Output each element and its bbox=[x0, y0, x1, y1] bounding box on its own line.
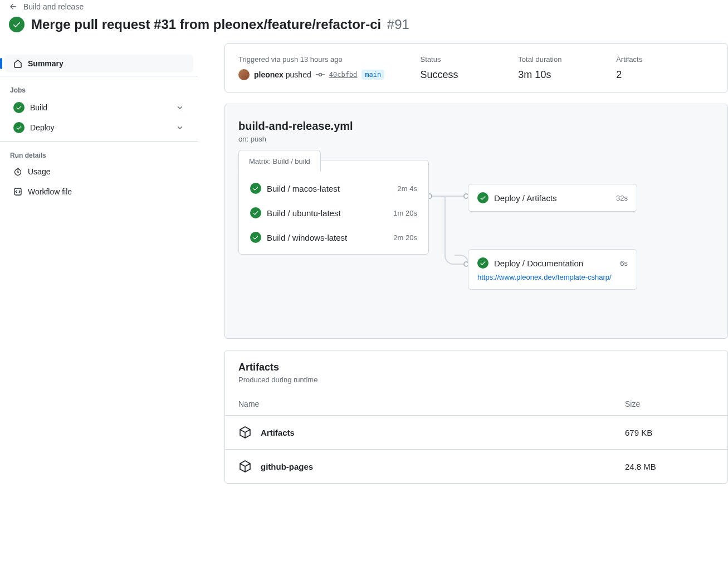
sidebar-job-deploy[interactable]: Deploy bbox=[4, 118, 193, 138]
duration-value: 3m 10s bbox=[518, 69, 616, 81]
artifacts-card: Artifacts Produced during runtime Name S… bbox=[224, 350, 728, 484]
arrow-left-icon[interactable] bbox=[9, 2, 18, 11]
duration-label: Total duration bbox=[518, 55, 616, 64]
status-label: Status bbox=[421, 55, 519, 64]
artifacts-table-header: Name Size bbox=[225, 393, 727, 415]
stopwatch-icon bbox=[13, 167, 22, 176]
check-icon bbox=[250, 207, 261, 218]
artifact-name: Artifacts bbox=[261, 428, 625, 437]
workflow-file-name[interactable]: build-and-release.yml bbox=[238, 120, 714, 133]
chevron-down-icon[interactable] bbox=[175, 123, 184, 132]
artifacts-title: Artifacts bbox=[238, 362, 714, 373]
package-icon bbox=[238, 460, 252, 473]
deploy-documentation-box[interactable]: Deploy / Documentation 6s https://www.pl… bbox=[468, 249, 637, 290]
sidebar-item-summary[interactable]: Summary bbox=[4, 55, 193, 72]
page-title: Merge pull request #31 from pleonex/feat… bbox=[31, 17, 409, 32]
artifact-row[interactable]: github-pages 24.8 MB bbox=[225, 449, 727, 483]
sidebar-usage-label: Usage bbox=[28, 167, 50, 176]
workflow-trigger-on: on: push bbox=[238, 135, 714, 143]
workflow-file-icon bbox=[13, 187, 22, 196]
job-name: Deploy bbox=[30, 123, 170, 132]
job-name: Build bbox=[30, 103, 170, 112]
run-number: #91 bbox=[387, 17, 409, 32]
sidebar-item-workflow-file[interactable]: Workflow file bbox=[4, 183, 193, 201]
commit-sha-link[interactable]: 40cbfbd bbox=[329, 71, 358, 79]
check-icon bbox=[250, 183, 261, 194]
workflow-graph-card: build-and-release.yml on: push Matrix: B… bbox=[224, 104, 728, 339]
triggered-label: Triggered via push 13 hours ago bbox=[238, 55, 421, 64]
matrix-group-box: Matrix: Build / build Build / macos-late… bbox=[238, 160, 429, 255]
commit-icon bbox=[316, 70, 325, 79]
package-icon bbox=[238, 426, 252, 439]
breadcrumb: Build and release bbox=[9, 0, 719, 17]
artifacts-subtitle: Produced during runtime bbox=[238, 376, 714, 384]
sidebar-workflow-file-label: Workflow file bbox=[28, 187, 72, 196]
deploy-docs-url-link[interactable]: https://www.pleonex.dev/template-csharp/ bbox=[477, 273, 628, 281]
check-icon bbox=[477, 257, 488, 269]
artifact-size: 679 KB bbox=[625, 428, 714, 437]
sidebar-jobs-label: Jobs bbox=[0, 80, 198, 98]
matrix-job-row[interactable]: Build / windows-latest 2m 20s bbox=[239, 225, 428, 250]
matrix-tab-label[interactable]: Matrix: Build / build bbox=[238, 150, 321, 172]
artifact-size: 24.8 MB bbox=[625, 462, 714, 471]
actor-link[interactable]: pleonex bbox=[254, 70, 284, 79]
artifact-row[interactable]: Artifacts 679 KB bbox=[225, 415, 727, 449]
sidebar-summary-label: Summary bbox=[28, 59, 63, 68]
svg-point-2 bbox=[319, 74, 321, 76]
home-icon bbox=[13, 59, 22, 68]
sidebar-job-build[interactable]: Build bbox=[4, 98, 193, 118]
check-icon bbox=[13, 102, 25, 113]
artifacts-count-label: Artifacts bbox=[616, 55, 714, 64]
avatar[interactable] bbox=[238, 69, 250, 80]
run-status-success-icon bbox=[9, 17, 25, 32]
sidebar-run-details-label: Run details bbox=[0, 145, 198, 163]
sidebar: Summary Jobs Build Deploy Run details Us… bbox=[0, 43, 198, 506]
run-info-card: Triggered via push 13 hours ago pleonex … bbox=[224, 43, 728, 92]
chevron-down-icon[interactable] bbox=[175, 103, 184, 112]
artifacts-count-link[interactable]: 2 bbox=[616, 69, 622, 80]
check-icon bbox=[13, 122, 25, 133]
check-icon bbox=[477, 192, 488, 203]
deploy-artifacts-box[interactable]: Deploy / Artifacts 32s bbox=[468, 184, 637, 212]
matrix-job-row[interactable]: Build / ubuntu-latest 1m 20s bbox=[239, 201, 428, 225]
status-value: Success bbox=[421, 69, 519, 81]
sidebar-item-usage[interactable]: Usage bbox=[4, 163, 193, 181]
branch-badge[interactable]: main bbox=[361, 70, 384, 80]
artifact-name: github-pages bbox=[261, 462, 625, 471]
breadcrumb-workflow-link[interactable]: Build and release bbox=[23, 2, 84, 11]
matrix-job-row[interactable]: Build / macos-latest 2m 4s bbox=[239, 176, 428, 201]
check-icon bbox=[250, 232, 261, 243]
